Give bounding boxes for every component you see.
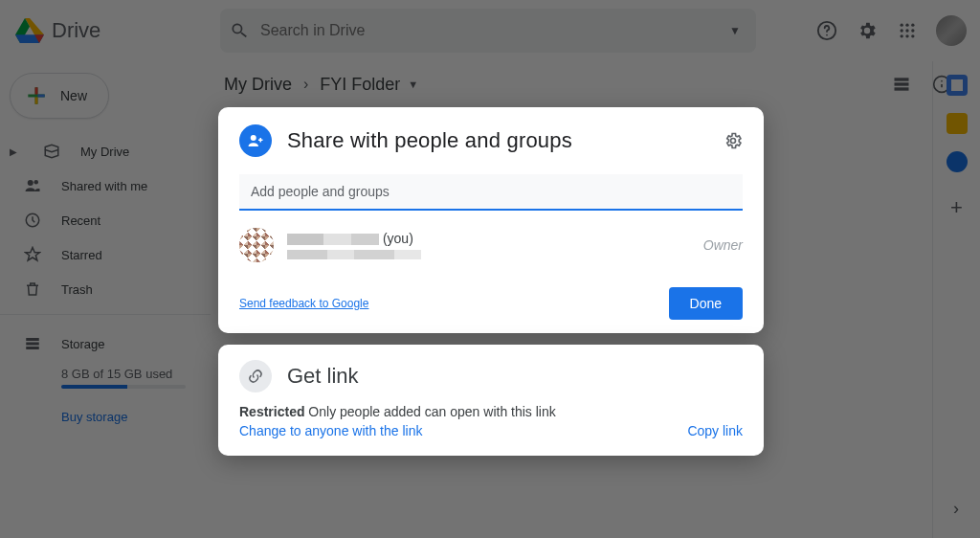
link-icon xyxy=(239,360,272,392)
share-dialog-title: Share with people and groups xyxy=(287,128,572,153)
link-description: Only people added can open with this lin… xyxy=(308,404,555,419)
share-settings-icon[interactable] xyxy=(724,131,743,150)
done-button[interactable]: Done xyxy=(669,287,743,320)
get-link-title: Get link xyxy=(287,364,359,389)
user-role-label: Owner xyxy=(703,237,743,253)
person-add-icon xyxy=(239,124,272,157)
add-people-input[interactable] xyxy=(239,174,743,209)
link-restriction: Restricted xyxy=(239,404,304,419)
share-user-row: (you) Owner xyxy=(239,228,743,262)
send-feedback-link[interactable]: Send feedback to Google xyxy=(239,297,368,310)
redacted-email xyxy=(287,250,421,259)
get-link-dialog: Get link Restricted Only people added ca… xyxy=(218,345,764,456)
share-dialog: Share with people and groups (you) Owne xyxy=(218,107,764,333)
change-link-access[interactable]: Change to anyone with the link xyxy=(239,423,743,438)
redacted-name xyxy=(287,234,379,245)
copy-link-button[interactable]: Copy link xyxy=(687,423,743,438)
you-suffix: (you) xyxy=(383,231,413,246)
user-avatar xyxy=(239,228,274,262)
svg-point-23 xyxy=(251,135,256,141)
svg-point-24 xyxy=(731,139,736,144)
